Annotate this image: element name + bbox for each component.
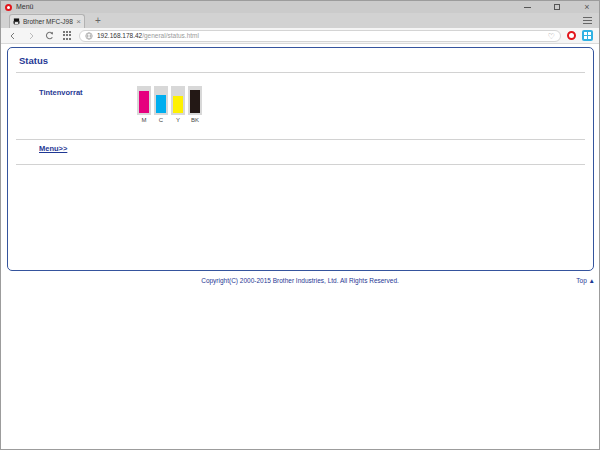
- url-host: 192.168.178.42: [97, 32, 142, 39]
- maximize-icon: [554, 4, 560, 10]
- ink-cartridge-cyan: C: [154, 86, 168, 123]
- browser-toolbar: 192.168.178.42/general/status.html ♡: [1, 28, 599, 44]
- page-title: Status: [19, 55, 48, 66]
- status-panel: Status Tintenvorrat MCYBK Menu>>: [7, 47, 594, 271]
- ink-cartridge-code: C: [154, 117, 168, 123]
- reload-icon: [45, 31, 54, 40]
- ink-cartridge-black: BK: [188, 86, 202, 123]
- globe-icon: [85, 32, 93, 40]
- ink-cartridge-code: Y: [171, 117, 185, 123]
- copyright-text: Copyright(C) 2000-2015 Brother Industrie…: [1, 277, 599, 284]
- blue-extension-icon[interactable]: [582, 30, 593, 41]
- url-path: /general/status.html: [142, 32, 199, 39]
- ink-level-gauge: [154, 86, 168, 115]
- ink-cartridge-code: BK: [188, 117, 202, 123]
- close-icon: ×: [584, 3, 589, 12]
- ink-level-gauge: [188, 86, 202, 115]
- opera-extension-icon[interactable]: [567, 31, 576, 40]
- address-bar[interactable]: 192.168.178.42/general/status.html ♡: [79, 30, 561, 42]
- browser-menu-button[interactable]: Menü: [16, 1, 34, 13]
- menu-link[interactable]: Menu>>: [39, 144, 67, 153]
- tab-menu-icon[interactable]: [583, 17, 592, 26]
- ink-supply-label: Tintenvorrat: [39, 88, 83, 97]
- ink-cartridge-yellow: Y: [171, 86, 185, 123]
- tab-close-button[interactable]: ×: [76, 18, 81, 26]
- page-footer: Copyright(C) 2000-2015 Brother Industrie…: [1, 277, 599, 289]
- bookmark-heart-icon[interactable]: ♡: [548, 32, 555, 41]
- new-tab-button[interactable]: +: [91, 15, 105, 27]
- forward-icon: [27, 32, 35, 40]
- back-icon: [9, 32, 17, 40]
- url-text: 192.168.178.42/general/status.html: [97, 30, 199, 41]
- browser-window: Menü × Brother MFC-J985DW × +: [0, 0, 600, 450]
- back-button[interactable]: [7, 30, 19, 42]
- ink-level-gauge: [171, 86, 185, 115]
- tab-brother-status[interactable]: Brother MFC-J985DW ×: [9, 14, 85, 28]
- window-minimize-button[interactable]: [519, 2, 535, 12]
- ink-level-gauge: [137, 86, 151, 115]
- ink-cartridge-code: M: [137, 117, 151, 123]
- forward-button[interactable]: [25, 30, 37, 42]
- printer-favicon-icon: [13, 18, 20, 25]
- minimize-icon: [524, 7, 531, 8]
- speed-dial-grid-icon: [63, 31, 72, 40]
- window-maximize-button[interactable]: [549, 2, 565, 12]
- window-controls: ×: [519, 1, 595, 13]
- web-page: Status Tintenvorrat MCYBK Menu>> Copyrig…: [1, 44, 599, 449]
- reload-button[interactable]: [43, 30, 55, 42]
- divider: [16, 72, 585, 73]
- window-close-button[interactable]: ×: [579, 2, 595, 12]
- browser-menu-bar: Menü ×: [1, 1, 599, 13]
- opera-logo-icon: [5, 4, 12, 11]
- top-link[interactable]: Top ▲: [576, 277, 595, 284]
- divider: [16, 164, 585, 165]
- tab-bar: Brother MFC-J985DW × +: [1, 13, 599, 28]
- speed-dial-button[interactable]: [61, 30, 73, 42]
- ink-cartridge-magenta: M: [137, 86, 151, 123]
- tab-title: Brother MFC-J985DW: [23, 18, 73, 25]
- ink-cartridge-group: MCYBK: [137, 86, 202, 123]
- divider: [16, 139, 585, 140]
